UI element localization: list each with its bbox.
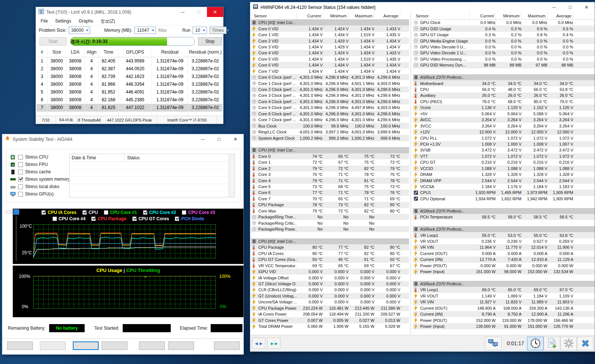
sensor-row[interactable]: Power (POUT) 0.000 W 0.000 W 0.000 W 0.0… bbox=[413, 263, 595, 269]
sensor-row[interactable]: Core 1 VID 1.434 V 1.434 V 1.519 V 1.435… bbox=[251, 32, 409, 38]
times-combo[interactable]: Times bbox=[210, 27, 227, 34]
sensor-row[interactable]: CPU Package 80 °C 77 °C 82 °C 80 °C bbox=[251, 244, 409, 250]
legend-item[interactable]: CPU Core #1 bbox=[104, 210, 137, 215]
table-row[interactable]: 538000 380084 81.952446.4091 1.311674e-0… bbox=[37, 88, 222, 96]
checkbox[interactable] bbox=[52, 217, 57, 221]
sensor-row[interactable]: 3VSB 3.472 V 3.472 V 3.472 V 3.472 V bbox=[413, 147, 595, 153]
close-icon[interactable] bbox=[578, 2, 595, 12]
sensor-row[interactable]: ASRock Z370 Professi... bbox=[413, 208, 595, 214]
sensor-row[interactable]: ASRock Z370 Professi... bbox=[413, 226, 595, 232]
sensor-row[interactable]: Core 4 79 °C 71 °C 81 °C 78 °C bbox=[251, 177, 409, 183]
sensor-row[interactable]: Core 6 VID 1.434 V 1.434 V 1.434 V 1.434… bbox=[251, 62, 409, 68]
checkbox[interactable] bbox=[18, 155, 23, 160]
hwinfo-titlebar[interactable]: HWiNFO64 v6.24-4120 Sensor Status [154 v… bbox=[250, 2, 595, 12]
table-row[interactable]: 238000 380084 82.387444.0520 1.311674e-0… bbox=[37, 65, 222, 73]
sensor-row[interactable]: VTT 1.072 V 1.072 V 1.072 V 1.072 V bbox=[413, 153, 595, 159]
sensor-row[interactable]: Package/Ring Ther... No No No bbox=[251, 214, 409, 220]
checkbox[interactable] bbox=[104, 210, 108, 215]
sensor-row[interactable]: Power (POUT) 152.000 W 119.000 W 178.000… bbox=[413, 317, 595, 323]
sensor-row[interactable]: GPU Clock 0.0 MHz 0.0 MHz 0.0 MHz 0.0 MH… bbox=[413, 20, 595, 25]
sensor-row[interactable]: CPU [#0]: Intel Cor... bbox=[251, 20, 409, 25]
sensor-row[interactable]: CPU [#0]: Intel Cor... bbox=[251, 238, 409, 244]
checkbox[interactable] bbox=[143, 210, 147, 215]
dialog-button[interactable] bbox=[40, 341, 66, 350]
sensor-row[interactable]: Core 6 77 °C 71 °C 78 °C 76 °C bbox=[251, 190, 409, 195]
stress-option[interactable]: % Stress FPU bbox=[10, 162, 70, 167]
sensor-row[interactable]: Vcore 1.136 V 1.120 V 1.152 V 1.126 V bbox=[413, 105, 595, 110]
legend-item[interactable]: CPU Core #3 bbox=[182, 210, 215, 215]
sensor-row[interactable]: Core 1 72 °C 67 °C 75 °C 73 °C bbox=[251, 159, 409, 165]
sensor-row[interactable]: Current (IOUT) 0.000 A 0.000 A 0.000 A 0… bbox=[413, 251, 595, 256]
minimize-icon[interactable] bbox=[546, 2, 562, 12]
run-combo[interactable]: 10 bbox=[193, 27, 207, 34]
problem-size-combo[interactable]: 38000 bbox=[69, 27, 90, 34]
sensor-row[interactable]: CPU 56.0 °C 48.0 °C 56.0 °C 53.8 °C bbox=[413, 86, 595, 92]
close-icon[interactable] bbox=[207, 7, 223, 17]
sensor-row[interactable]: CPU [#0]: Intel Cor... bbox=[251, 147, 409, 153]
sensor-row[interactable]: Core 0 VID 1.434 V 1.424 V 1.434 V 1.433… bbox=[251, 25, 409, 31]
sensor-row[interactable] bbox=[413, 275, 595, 280]
legend-item[interactable]: PCH Diode bbox=[175, 216, 204, 221]
sensor-row[interactable]: GT Cores Power 0.007 W 0.005 W 0.027 W 0… bbox=[251, 317, 409, 323]
sensor-row[interactable]: Ring/LLC Clock 4,001.0 MHz 3,997.1 MHz 4… bbox=[251, 129, 409, 135]
sensor-row[interactable]: Current (IOUT) 148.900 A 108.000 A 159.3… bbox=[413, 305, 595, 311]
dialog-button[interactable] bbox=[214, 341, 240, 350]
graph-scrollbar-track[interactable] bbox=[16, 215, 17, 261]
sensor-row[interactable]: IA Cores Power 208.054 W 118.494 W 211.3… bbox=[251, 311, 409, 317]
stress-option[interactable]: Stress GPU(s) bbox=[10, 191, 70, 197]
sensor-row[interactable]: GPU Video Decode 0 U... 0.0 % 0.0 % 0.0 … bbox=[413, 44, 595, 50]
sensor-row[interactable]: CPU1 1,920 RPM 1,495 RPM 1,973 RPM 1,905… bbox=[413, 190, 595, 195]
minimize-icon[interactable] bbox=[195, 134, 211, 144]
sensor-row[interactable]: Core 0 74 °C 65 °C 75 °C 73 °C bbox=[251, 153, 409, 159]
sensor-row[interactable]: Current (IIN) 12.770 A 7.420 A 12.910 A … bbox=[413, 256, 595, 262]
table-row[interactable]: 138000 380084 82.405443.9569 1.311674e-0… bbox=[37, 57, 222, 65]
legend-item[interactable]: CPU GT Cores bbox=[132, 216, 169, 221]
sensor-row[interactable]: PCH Temperature 58.5 °C 58.0 °C 58.5 °C … bbox=[413, 214, 595, 220]
sensor-row[interactable]: Core 1 Clock (perf ... 4,301.0 MHz 4,296… bbox=[251, 80, 409, 86]
checkbox[interactable] bbox=[132, 217, 137, 221]
sensor-row[interactable]: Core 5 VID 1.434 V 1.434 V 1.519 V 1.435… bbox=[251, 56, 409, 62]
legend-item[interactable]: CPU Package bbox=[91, 216, 126, 221]
checkbox[interactable] bbox=[182, 210, 186, 215]
sensor-row[interactable]: Core 0 Clock (perf ... 4,301.0 MHz 4,296… bbox=[251, 74, 409, 80]
table-row[interactable]: 638000 380084 82.168445.2385 1.311674e-0… bbox=[37, 96, 222, 104]
table-row[interactable]: 438000 380084 81.966446.3354 1.311674e-0… bbox=[37, 81, 222, 88]
sensor-row[interactable]: +5V 5.064 V 5.064 V 5.088 V 5.064 V bbox=[413, 111, 595, 117]
sensor-row[interactable]: CPU (PECI) 78.0 °C 68.0 °C 80.0 °C 79.0 … bbox=[413, 99, 595, 105]
sensor-row[interactable]: CPU GT 0.216 V 0.216 V 0.216 V 0.216 V bbox=[413, 159, 595, 165]
menu-graphs[interactable]: Graphs bbox=[75, 18, 96, 24]
table-row[interactable]: 338000 380084 82.739442.1623 1.311674e-0… bbox=[37, 73, 222, 81]
sensor-row[interactable]: VR VCC Temperatur... 69 °C 65 °C 69 °C 6… bbox=[251, 263, 409, 269]
sensor-row[interactable]: Core Max 79 °C 72 °C 82 °C 80 °C bbox=[251, 208, 409, 214]
aida-titlebar[interactable]: System Stability Test - AIDA64 bbox=[2, 134, 244, 144]
sensor-row[interactable]: Power (Input) 151.000 W 98.000 W 152.000… bbox=[413, 269, 595, 275]
sensor-row[interactable]: VCCIO 1.088 V 1.088 V 1.088 V 1.088 V bbox=[413, 166, 595, 171]
stress-option[interactable]: Stress CPU bbox=[10, 154, 70, 160]
sensor-row[interactable]: VR VOUT 1.149 V 1.069 V 1.184 V 1.109 V bbox=[413, 293, 595, 299]
legend-item[interactable]: CPU bbox=[82, 210, 98, 215]
stress-option[interactable]: Stress local disks bbox=[10, 184, 70, 189]
dialog-button[interactable] bbox=[7, 341, 33, 350]
sensor-row[interactable]: Package/Ring Critic... No No No bbox=[251, 220, 409, 226]
table-row[interactable]: 738000 380084 81.825447.1022 1.311674e-0… bbox=[37, 104, 222, 112]
legend-item[interactable]: CPU Core #4 bbox=[52, 216, 86, 221]
sensor-row[interactable]: Core 2 79 °C 72 °C 82 °C 79 °C bbox=[251, 166, 409, 171]
maximize-icon[interactable] bbox=[191, 7, 207, 17]
checkbox[interactable] bbox=[18, 162, 23, 167]
dialog-button[interactable] bbox=[139, 341, 165, 350]
sensor-row[interactable]: VR Loop1 69.0 °C 65.0 °C 69.0 °C 67.0 °C bbox=[413, 287, 595, 293]
sensor-row[interactable]: CPU PLL 1.072 V 1.072 V 1.072 V 1.072 V bbox=[413, 135, 595, 141]
checkbox[interactable] bbox=[18, 177, 23, 182]
sensor-row[interactable] bbox=[251, 232, 409, 238]
checkbox[interactable] bbox=[18, 184, 23, 189]
maximize-icon[interactable] bbox=[211, 134, 227, 144]
sensor-row[interactable]: GPU D3D Usage 0.4 % 0.3 % 0.9 % 0.5 % bbox=[413, 25, 595, 31]
dialog-button[interactable] bbox=[102, 341, 127, 350]
sensor-row[interactable]: CPU Optional 1,934 RPM 1,652 RPM 1,942 R… bbox=[413, 196, 595, 202]
sensor-row[interactable]: Power (Input) 139.000 W 91.000 W 151.000… bbox=[413, 323, 595, 329]
sensor-row[interactable] bbox=[413, 220, 595, 226]
graph-scrollbar-thumb[interactable] bbox=[13, 209, 19, 215]
sensor-row[interactable]: Core 3 76 °C 71 °C 78 °C 75 °C bbox=[251, 171, 409, 177]
sensor-row[interactable]: ASRock Z370 Professi... bbox=[413, 74, 595, 80]
sensor-row[interactable]: ASRock Z370 Professi... bbox=[413, 281, 595, 287]
